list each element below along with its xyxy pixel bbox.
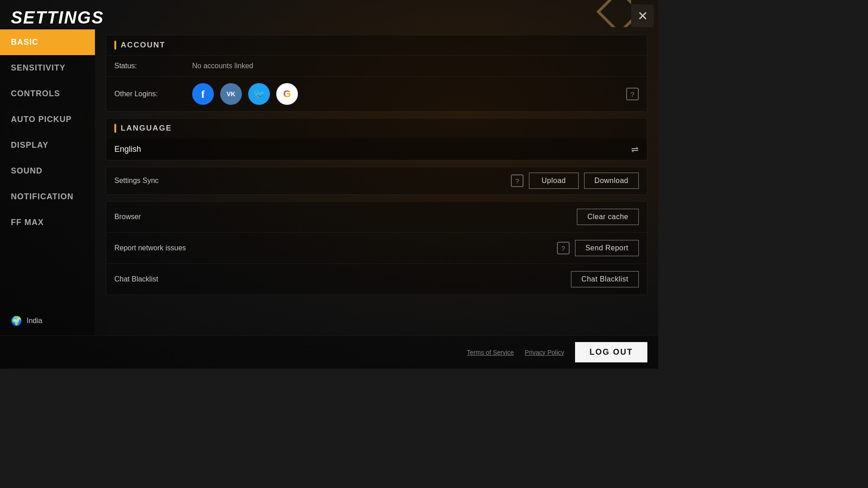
header: SETTINGS bbox=[0, 0, 658, 28]
settings-sync-actions: ? Upload Download bbox=[511, 173, 639, 189]
chat-blacklist-label: Chat Blacklist bbox=[114, 275, 571, 283]
language-selector[interactable]: English ⇌ bbox=[106, 138, 647, 160]
settings-sync-help-icon[interactable]: ? bbox=[511, 174, 524, 187]
vk-icon: VK bbox=[226, 90, 235, 98]
sidebar: BASIC SENSITIVITY CONTROLS AUTO PICKUP D… bbox=[0, 28, 95, 335]
vk-login-button[interactable]: VK bbox=[220, 83, 242, 105]
language-section: LANGUAGE English ⇌ bbox=[106, 118, 647, 160]
sidebar-item-basic[interactable]: BASIC bbox=[0, 29, 95, 55]
terms-of-service-link[interactable]: Terms of Service bbox=[467, 349, 514, 356]
google-icon: G bbox=[283, 88, 291, 100]
footer-bar: Terms of Service Privacy Policy LOG OUT bbox=[0, 335, 658, 369]
sidebar-item-display[interactable]: DISPLAY bbox=[0, 132, 95, 158]
account-section-header: ACCOUNT bbox=[106, 35, 647, 55]
swap-icon: ⇌ bbox=[631, 144, 639, 155]
language-section-header: LANGUAGE bbox=[106, 118, 647, 138]
settings-sync-label: Settings Sync bbox=[114, 177, 511, 185]
google-login-button[interactable]: G bbox=[276, 83, 298, 105]
twitter-icon: 🐦 bbox=[253, 88, 265, 100]
status-row: Status: No accounts linked bbox=[106, 55, 647, 76]
page-title: SETTINGS bbox=[11, 8, 104, 28]
sidebar-item-controls[interactable]: CONTROLS bbox=[0, 81, 95, 107]
social-icons-group: f VK 🐦 G bbox=[192, 83, 298, 105]
report-network-row: Report network issues ? Send Report bbox=[106, 233, 647, 264]
other-logins-help-icon[interactable]: ? bbox=[626, 88, 639, 100]
globe-icon: 🌍 bbox=[11, 315, 22, 326]
settings-sync-section: Settings Sync ? Upload Download bbox=[106, 167, 647, 195]
chat-blacklist-row: Chat Blacklist Chat Blacklist bbox=[106, 264, 647, 295]
sidebar-item-auto-pickup[interactable]: AUTO PICKUP bbox=[0, 107, 95, 132]
section-accent-2 bbox=[114, 124, 116, 133]
status-value: No accounts linked bbox=[192, 62, 253, 70]
privacy-policy-link[interactable]: Privacy Policy bbox=[525, 349, 564, 356]
corner-decoration bbox=[595, 0, 631, 27]
report-network-label: Report network issues bbox=[114, 244, 557, 252]
content-area: ACCOUNT Status: No accounts linked Other… bbox=[95, 28, 658, 335]
browser-row: Browser Clear cache bbox=[106, 202, 647, 233]
logout-button[interactable]: LOG OUT bbox=[575, 342, 647, 362]
download-button[interactable]: Download bbox=[584, 173, 639, 189]
facebook-icon: f bbox=[201, 88, 205, 100]
browser-label: Browser bbox=[114, 213, 577, 221]
main-layout: BASIC SENSITIVITY CONTROLS AUTO PICKUP D… bbox=[0, 28, 658, 335]
sidebar-item-sensitivity[interactable]: SENSITIVITY bbox=[0, 55, 95, 81]
twitter-login-button[interactable]: 🐦 bbox=[248, 83, 270, 105]
language-current: English bbox=[114, 145, 141, 154]
close-button[interactable]: ✕ bbox=[631, 5, 654, 27]
misc-section: Browser Clear cache Report network issue… bbox=[106, 201, 647, 295]
sidebar-item-ff-max[interactable]: FF MAX bbox=[0, 210, 95, 235]
chat-blacklist-button[interactable]: Chat Blacklist bbox=[571, 271, 639, 287]
report-help-icon[interactable]: ? bbox=[557, 242, 570, 254]
other-logins-row: Other Logins: f VK 🐦 bbox=[106, 76, 647, 111]
settings-sync-row: Settings Sync ? Upload Download bbox=[106, 167, 647, 194]
region-label: India bbox=[27, 317, 42, 325]
sidebar-item-sound[interactable]: SOUND bbox=[0, 158, 95, 184]
facebook-login-button[interactable]: f bbox=[192, 83, 214, 105]
section-accent bbox=[114, 41, 116, 50]
send-report-button[interactable]: Send Report bbox=[575, 240, 639, 256]
other-logins-label: Other Logins: bbox=[114, 90, 187, 98]
sidebar-item-notification[interactable]: NOTIFICATION bbox=[0, 184, 95, 210]
account-section: ACCOUNT Status: No accounts linked Other… bbox=[106, 35, 647, 112]
upload-button[interactable]: Upload bbox=[529, 173, 579, 189]
sidebar-footer: 🌍 India bbox=[0, 306, 95, 335]
account-section-body: Status: No accounts linked Other Logins:… bbox=[106, 55, 647, 111]
clear-cache-button[interactable]: Clear cache bbox=[577, 209, 639, 225]
status-label: Status: bbox=[114, 62, 187, 70]
